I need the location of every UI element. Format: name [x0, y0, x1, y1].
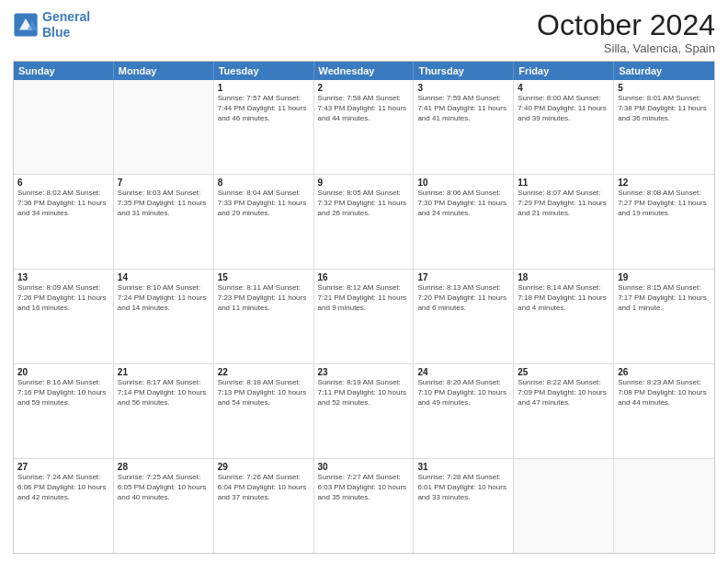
cal-cell-r1-c0: 6Sunrise: 8:02 AM Sunset: 7:36 PM Daylig… — [14, 175, 114, 269]
day-number-30: 30 — [318, 462, 410, 472]
cal-cell-r1-c2: 8Sunrise: 8:04 AM Sunset: 7:33 PM Daylig… — [214, 175, 314, 269]
day-number-31: 31 — [417, 462, 509, 472]
day-number-7: 7 — [118, 178, 210, 188]
day-info-15: Sunrise: 8:11 AM Sunset: 7:23 PM Dayligh… — [218, 283, 310, 313]
day-info-6: Sunrise: 8:02 AM Sunset: 7:36 PM Dayligh… — [17, 189, 109, 218]
day-number-25: 25 — [518, 367, 609, 377]
day-number-22: 22 — [218, 367, 310, 377]
day-number-29: 29 — [218, 462, 310, 472]
location-subtitle: Silla, Valencia, Spain — [537, 41, 715, 55]
day-number-1: 1 — [218, 83, 310, 93]
day-number-26: 26 — [618, 367, 711, 377]
logo-icon — [13, 12, 39, 38]
day-info-4: Sunrise: 8:00 AM Sunset: 7:40 PM Dayligh… — [518, 94, 609, 123]
cal-cell-r3-c4: 24Sunrise: 8:20 AM Sunset: 7:10 PM Dayli… — [414, 364, 514, 458]
cal-cell-r1-c5: 11Sunrise: 8:07 AM Sunset: 7:29 PM Dayli… — [514, 175, 614, 269]
day-number-12: 12 — [618, 178, 711, 188]
cal-cell-r4-c4: 31Sunrise: 7:28 AM Sunset: 6:01 PM Dayli… — [414, 459, 514, 553]
day-info-10: Sunrise: 8:06 AM Sunset: 7:30 PM Dayligh… — [417, 189, 509, 218]
cal-cell-r0-c6: 5Sunrise: 8:01 AM Sunset: 7:38 PM Daylig… — [614, 80, 714, 174]
calendar-row-3: 20Sunrise: 8:16 AM Sunset: 7:16 PM Dayli… — [14, 363, 714, 458]
day-number-24: 24 — [417, 367, 509, 377]
day-number-11: 11 — [518, 178, 609, 188]
day-info-2: Sunrise: 7:58 AM Sunset: 7:43 PM Dayligh… — [318, 94, 410, 123]
day-info-14: Sunrise: 8:10 AM Sunset: 7:24 PM Dayligh… — [118, 283, 210, 313]
day-info-23: Sunrise: 8:19 AM Sunset: 7:11 PM Dayligh… — [318, 378, 410, 408]
day-info-30: Sunrise: 7:27 AM Sunset: 6:03 PM Dayligh… — [318, 473, 410, 502]
calendar-header: Sunday Monday Tuesday Wednesday Thursday… — [14, 62, 714, 80]
day-number-2: 2 — [318, 83, 410, 93]
page-header: General Blue October 2024 Silla, Valenci… — [13, 9, 715, 55]
calendar-page: General Blue October 2024 Silla, Valenci… — [0, 0, 728, 563]
cal-cell-r3-c1: 21Sunrise: 8:17 AM Sunset: 7:14 PM Dayli… — [114, 364, 214, 458]
weekday-monday: Monday — [114, 62, 214, 80]
calendar-row-2: 13Sunrise: 8:09 AM Sunset: 7:26 PM Dayli… — [14, 269, 714, 363]
day-info-1: Sunrise: 7:57 AM Sunset: 7:44 PM Dayligh… — [218, 94, 310, 123]
day-info-9: Sunrise: 8:05 AM Sunset: 7:32 PM Dayligh… — [318, 189, 410, 218]
day-number-8: 8 — [218, 178, 310, 188]
weekday-wednesday: Wednesday — [314, 62, 415, 80]
day-info-11: Sunrise: 8:07 AM Sunset: 7:29 PM Dayligh… — [518, 189, 609, 218]
cal-cell-r1-c6: 12Sunrise: 8:08 AM Sunset: 7:27 PM Dayli… — [614, 175, 714, 269]
logo: General Blue — [13, 9, 90, 40]
cal-cell-r3-c0: 20Sunrise: 8:16 AM Sunset: 7:16 PM Dayli… — [14, 364, 114, 458]
cal-cell-r0-c1 — [114, 80, 214, 174]
day-info-28: Sunrise: 7:25 AM Sunset: 6:05 PM Dayligh… — [118, 473, 210, 502]
calendar-row-0: 1Sunrise: 7:57 AM Sunset: 7:44 PM Daylig… — [14, 80, 714, 174]
day-info-26: Sunrise: 8:23 AM Sunset: 7:08 PM Dayligh… — [618, 378, 711, 408]
cal-cell-r0-c4: 3Sunrise: 7:59 AM Sunset: 7:41 PM Daylig… — [414, 80, 514, 174]
calendar: Sunday Monday Tuesday Wednesday Thursday… — [13, 61, 715, 554]
day-number-19: 19 — [618, 272, 711, 282]
day-info-8: Sunrise: 8:04 AM Sunset: 7:33 PM Dayligh… — [218, 189, 310, 218]
cal-cell-r3-c3: 23Sunrise: 8:19 AM Sunset: 7:11 PM Dayli… — [314, 364, 415, 458]
cal-cell-r0-c0 — [14, 80, 114, 174]
day-info-19: Sunrise: 8:15 AM Sunset: 7:17 PM Dayligh… — [618, 283, 711, 313]
cal-cell-r3-c6: 26Sunrise: 8:23 AM Sunset: 7:08 PM Dayli… — [614, 364, 714, 458]
title-block: October 2024 Silla, Valencia, Spain — [537, 9, 715, 55]
cal-cell-r2-c2: 15Sunrise: 8:11 AM Sunset: 7:23 PM Dayli… — [214, 270, 314, 363]
day-number-16: 16 — [318, 272, 410, 282]
weekday-tuesday: Tuesday — [214, 62, 314, 80]
day-info-12: Sunrise: 8:08 AM Sunset: 7:27 PM Dayligh… — [618, 189, 711, 218]
cal-cell-r1-c1: 7Sunrise: 8:03 AM Sunset: 7:35 PM Daylig… — [114, 175, 214, 269]
day-number-4: 4 — [518, 83, 609, 93]
cal-cell-r4-c6 — [614, 459, 714, 553]
day-number-9: 9 — [318, 178, 410, 188]
cal-cell-r2-c5: 18Sunrise: 8:14 AM Sunset: 7:18 PM Dayli… — [514, 270, 614, 363]
cal-cell-r4-c1: 28Sunrise: 7:25 AM Sunset: 6:05 PM Dayli… — [114, 459, 214, 553]
day-number-10: 10 — [417, 178, 509, 188]
calendar-body: 1Sunrise: 7:57 AM Sunset: 7:44 PM Daylig… — [14, 80, 714, 553]
day-number-28: 28 — [118, 462, 210, 472]
weekday-friday: Friday — [514, 62, 614, 80]
day-info-13: Sunrise: 8:09 AM Sunset: 7:26 PM Dayligh… — [17, 283, 109, 313]
cal-cell-r4-c5 — [514, 459, 614, 553]
calendar-row-4: 27Sunrise: 7:24 AM Sunset: 6:06 PM Dayli… — [14, 458, 714, 553]
cal-cell-r2-c0: 13Sunrise: 8:09 AM Sunset: 7:26 PM Dayli… — [14, 270, 114, 363]
day-info-27: Sunrise: 7:24 AM Sunset: 6:06 PM Dayligh… — [17, 473, 109, 502]
cal-cell-r1-c3: 9Sunrise: 8:05 AM Sunset: 7:32 PM Daylig… — [314, 175, 415, 269]
day-info-16: Sunrise: 8:12 AM Sunset: 7:21 PM Dayligh… — [318, 283, 410, 313]
day-info-3: Sunrise: 7:59 AM Sunset: 7:41 PM Dayligh… — [417, 94, 509, 123]
day-info-7: Sunrise: 8:03 AM Sunset: 7:35 PM Dayligh… — [118, 189, 210, 218]
logo-line1: General — [42, 9, 90, 24]
logo-text: General Blue — [42, 9, 90, 40]
day-info-22: Sunrise: 8:18 AM Sunset: 7:13 PM Dayligh… — [218, 378, 310, 408]
day-info-24: Sunrise: 8:20 AM Sunset: 7:10 PM Dayligh… — [417, 378, 509, 408]
cal-cell-r3-c2: 22Sunrise: 8:18 AM Sunset: 7:13 PM Dayli… — [214, 364, 314, 458]
cal-cell-r2-c6: 19Sunrise: 8:15 AM Sunset: 7:17 PM Dayli… — [614, 270, 714, 363]
cal-cell-r4-c2: 29Sunrise: 7:26 AM Sunset: 6:04 PM Dayli… — [214, 459, 314, 553]
cal-cell-r4-c3: 30Sunrise: 7:27 AM Sunset: 6:03 PM Dayli… — [314, 459, 415, 553]
day-number-17: 17 — [417, 272, 509, 282]
day-info-21: Sunrise: 8:17 AM Sunset: 7:14 PM Dayligh… — [118, 378, 210, 408]
day-info-31: Sunrise: 7:28 AM Sunset: 6:01 PM Dayligh… — [417, 473, 509, 502]
day-number-3: 3 — [417, 83, 509, 93]
day-number-14: 14 — [118, 272, 210, 282]
day-number-15: 15 — [218, 272, 310, 282]
day-number-27: 27 — [17, 462, 109, 472]
day-number-21: 21 — [118, 367, 210, 377]
cal-cell-r3-c5: 25Sunrise: 8:22 AM Sunset: 7:09 PM Dayli… — [514, 364, 614, 458]
day-number-5: 5 — [618, 83, 711, 93]
cal-cell-r4-c0: 27Sunrise: 7:24 AM Sunset: 6:06 PM Dayli… — [14, 459, 114, 553]
calendar-row-1: 6Sunrise: 8:02 AM Sunset: 7:36 PM Daylig… — [14, 174, 714, 269]
cal-cell-r2-c1: 14Sunrise: 8:10 AM Sunset: 7:24 PM Dayli… — [114, 270, 214, 363]
